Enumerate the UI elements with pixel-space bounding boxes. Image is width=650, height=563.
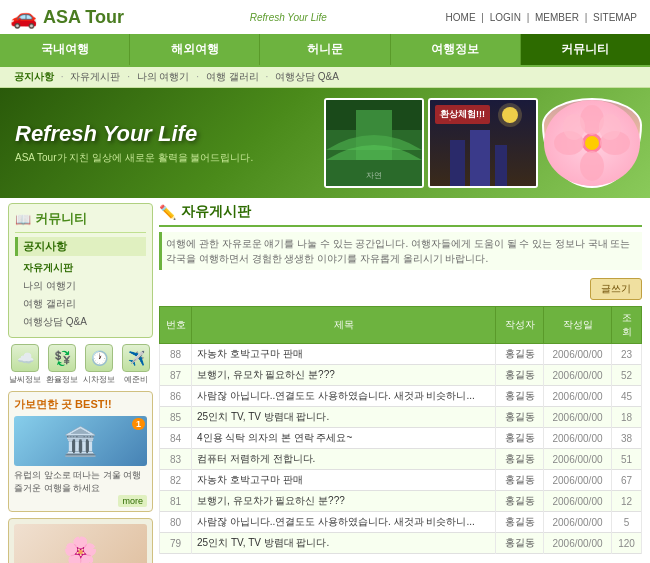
col-title: 제목 xyxy=(192,307,496,344)
cell-views: 51 xyxy=(612,449,642,470)
sidebar-community-title: 📖 커뮤니티 xyxy=(15,210,146,233)
svg-rect-7 xyxy=(450,140,465,186)
cell-title[interactable]: 사람잖 아닙니다..연결도도 사용하였습니다. 새것과 비슷하니... xyxy=(192,512,496,533)
nav-travel-info[interactable]: 여행정보 xyxy=(391,34,521,65)
col-author: 작성자 xyxy=(496,307,544,344)
logo-text: ASA Tour xyxy=(43,7,124,28)
table-row: 80 사람잖 아닙니다..연결도도 사용하였습니다. 새것과 비슷하니... 홍… xyxy=(160,512,642,533)
cell-date: 2006/00/00 xyxy=(544,428,612,449)
table-row: 82 자농차 호박고구마 판매 홍길동 2006/00/00 67 xyxy=(160,470,642,491)
best-more-link[interactable]: more xyxy=(118,495,147,507)
sidebar-icon-weather[interactable]: ☁️ 날씨정보 xyxy=(8,344,42,385)
banner-img2-overlay: 환상체험!!! xyxy=(435,105,490,124)
login-link[interactable]: LOGIN xyxy=(490,12,521,23)
table-row: 84 4인용 식탁 의자의 본 연락 주세요~ 홍길동 2006/00/00 3… xyxy=(160,428,642,449)
cell-author: 홍길동 xyxy=(496,386,544,407)
cell-title[interactable]: 25인치 TV, TV 방렴대 팝니다. xyxy=(192,407,496,428)
sidebar-icon-exchange[interactable]: 💱 환율정보 xyxy=(45,344,79,385)
cell-author: 홍길동 xyxy=(496,512,544,533)
breadcrumb-item-2[interactable]: 나의 여행기 xyxy=(137,71,190,82)
cell-num: 82 xyxy=(160,470,192,491)
table-row: 79 25인치 TV, TV 방렴대 팝니다. 홍길동 2006/00/00 1… xyxy=(160,533,642,554)
cell-date: 2006/00/00 xyxy=(544,365,612,386)
cell-date: 2006/00/00 xyxy=(544,470,612,491)
table-row: 88 자농차 호박고구마 판매 홍길동 2006/00/00 23 xyxy=(160,344,642,365)
breadcrumb-item-1[interactable]: 자유게시판 xyxy=(70,71,120,82)
sitemap-link[interactable]: SITEMAP xyxy=(593,12,637,23)
cell-date: 2006/00/00 xyxy=(544,449,612,470)
weather-icon: ☁️ xyxy=(11,344,39,372)
cell-views: 12 xyxy=(612,491,642,512)
home-link[interactable]: HOME xyxy=(446,12,476,23)
sidebar-ad-image: 🌸 xyxy=(14,524,147,563)
sidebar-link-mytrip[interactable]: 나의 여행기 xyxy=(15,277,146,295)
banner-image-3 xyxy=(542,98,642,188)
sidebar-icon-timezone[interactable]: 🕐 시차정보 xyxy=(82,344,116,385)
cell-num: 87 xyxy=(160,365,192,386)
cell-title[interactable]: 4인용 식탁 의자의 본 연락 주세요~ xyxy=(192,428,496,449)
cell-num: 85 xyxy=(160,407,192,428)
cell-num: 79 xyxy=(160,533,192,554)
cell-title[interactable]: 보행기, 유모차가 필요하신 분??? xyxy=(192,491,496,512)
cell-date: 2006/00/00 xyxy=(544,491,612,512)
table-row: 83 컴퓨터 저렴하게 전합니다. 홍길동 2006/00/00 51 xyxy=(160,449,642,470)
svg-point-6 xyxy=(498,103,522,127)
svg-point-22 xyxy=(585,136,599,150)
community-icon: 📖 xyxy=(15,212,31,227)
svg-text:자연: 자연 xyxy=(366,171,382,180)
cell-views: 45 xyxy=(612,386,642,407)
write-button[interactable]: 글쓰기 xyxy=(590,278,642,300)
cell-views: 5 xyxy=(612,512,642,533)
svg-rect-9 xyxy=(495,145,507,186)
breadcrumb-item-0[interactable]: 공지사항 xyxy=(14,71,54,82)
cell-author: 홍길동 xyxy=(496,407,544,428)
cell-date: 2006/00/00 xyxy=(544,533,612,554)
sidebar-link-qna[interactable]: 여행상담 Q&A xyxy=(15,313,146,331)
cell-views: 52 xyxy=(612,365,642,386)
cell-date: 2006/00/00 xyxy=(544,386,612,407)
table-row: 85 25인치 TV, TV 방렴대 팝니다. 홍길동 2006/00/00 1… xyxy=(160,407,642,428)
member-link[interactable]: MEMBER xyxy=(535,12,579,23)
cell-date: 2006/00/00 xyxy=(544,407,612,428)
breadcrumb-item-4[interactable]: 여행상담 Q&A xyxy=(275,71,339,82)
cell-views: 67 xyxy=(612,470,642,491)
sidebar-best-desc: 유럽의 앞소로 떠나는 겨울 여행 즐거운 여행을 하세요 xyxy=(14,469,147,494)
cell-views: 120 xyxy=(612,533,642,554)
cell-date: 2006/00/00 xyxy=(544,344,612,365)
building-icon: 🏛️ xyxy=(63,425,98,458)
cell-num: 88 xyxy=(160,344,192,365)
nav-overseas[interactable]: 해외여행 xyxy=(130,34,260,65)
sidebar-best-title: 가보면한 곳 BEST!! xyxy=(14,397,147,412)
nav-domestic[interactable]: 국내여행 xyxy=(0,34,130,65)
nav-community[interactable]: 커뮤니티 xyxy=(521,34,650,65)
banner-title: Refresh Your Life xyxy=(15,121,301,147)
logo-car-icon: 🚗 xyxy=(10,4,37,30)
breadcrumb-item-3[interactable]: 여행 갤러리 xyxy=(206,71,259,82)
banner-image-1: 자연 xyxy=(324,98,424,188)
cell-title[interactable]: 보행기, 유모차 필요하신 분??? xyxy=(192,365,496,386)
exchange-icon: 💱 xyxy=(48,344,76,372)
sidebar-link-freeboard[interactable]: 자유게시판 xyxy=(15,259,146,277)
col-num: 번호 xyxy=(160,307,192,344)
cell-title[interactable]: 자농차 호박고구마 판매 xyxy=(192,470,496,491)
cell-title[interactable]: 컴퓨터 저렴하게 전합니다. xyxy=(192,449,496,470)
cell-num: 84 xyxy=(160,428,192,449)
sidebar-icon-reserve[interactable]: ✈️ 예준비 xyxy=(119,344,153,385)
best-badge: 1 xyxy=(132,418,145,430)
cell-title[interactable]: 사람잖 아닙니다..연결도도 사용하였습니다. 새것과 비슷하니... xyxy=(192,386,496,407)
cell-title[interactable]: 자농차 호박고구마 판매 xyxy=(192,344,496,365)
sidebar-link-gallery[interactable]: 여행 갤러리 xyxy=(15,295,146,313)
table-row: 86 사람잖 아닙니다..연결도도 사용하였습니다. 새것과 비슷하니... 홍… xyxy=(160,386,642,407)
board-table: 번호 제목 작성자 작성일 조회 88 자농차 호박고구마 판매 홍길동 200… xyxy=(159,306,642,554)
svg-point-21 xyxy=(599,114,621,140)
col-date: 작성일 xyxy=(544,307,612,344)
svg-rect-8 xyxy=(470,130,490,186)
nav-honeymoon[interactable]: 허니문 xyxy=(260,34,390,65)
flower-icon: 🌸 xyxy=(63,535,98,563)
sidebar-best-image: 🏛️ 1 xyxy=(14,416,147,466)
col-views: 조회 xyxy=(612,307,642,344)
table-row: 81 보행기, 유모차가 필요하신 분??? 홍길동 2006/00/00 12 xyxy=(160,491,642,512)
cell-title[interactable]: 25인치 TV, TV 방렴대 팝니다. xyxy=(192,533,496,554)
cell-author: 홍길동 xyxy=(496,449,544,470)
board-icon: ✏️ xyxy=(159,204,176,220)
